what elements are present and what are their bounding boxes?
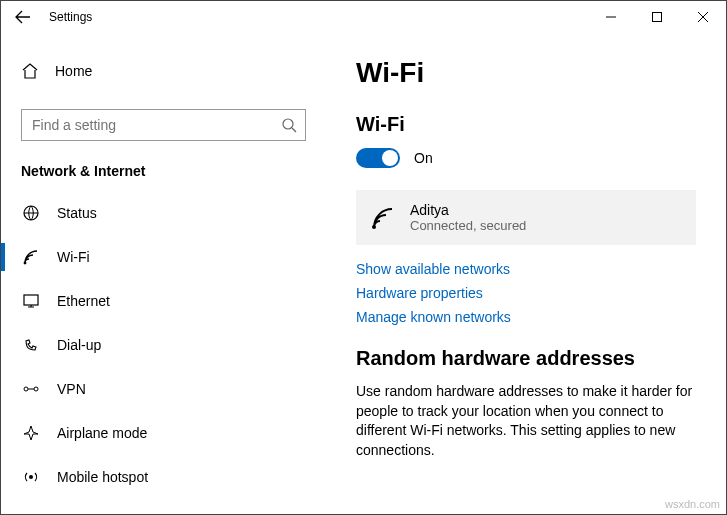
vpn-icon bbox=[21, 380, 41, 398]
link-hardware-properties[interactable]: Hardware properties bbox=[356, 285, 696, 301]
content-pane: Wi-Fi Wi-Fi On Aditya Connected, secured… bbox=[326, 33, 726, 514]
home-nav-item[interactable]: Home bbox=[1, 51, 326, 91]
sidebar-item-label: Dial-up bbox=[57, 337, 101, 353]
sidebar-item-label: Wi-Fi bbox=[57, 249, 90, 265]
svg-point-7 bbox=[29, 475, 33, 479]
minimize-icon bbox=[606, 12, 616, 22]
sidebar-item-vpn[interactable]: VPN bbox=[1, 367, 326, 411]
wifi-toggle-label: On bbox=[414, 150, 433, 166]
wifi-toggle-row: On bbox=[356, 148, 696, 168]
random-hw-desc: Use random hardware addresses to make it… bbox=[356, 382, 696, 460]
link-manage-known[interactable]: Manage known networks bbox=[356, 309, 696, 325]
window-title: Settings bbox=[45, 10, 92, 24]
close-icon bbox=[698, 12, 708, 22]
current-network-status: Connected, secured bbox=[410, 218, 526, 233]
sidebar: Home Network & Internet Status bbox=[1, 33, 326, 514]
current-network-card[interactable]: Aditya Connected, secured bbox=[356, 190, 696, 245]
sidebar-item-wifi[interactable]: Wi-Fi bbox=[1, 235, 326, 279]
search-icon bbox=[281, 117, 297, 133]
titlebar: Settings bbox=[1, 1, 726, 33]
svg-rect-0 bbox=[653, 13, 662, 22]
close-button[interactable] bbox=[680, 1, 726, 33]
dialup-icon bbox=[21, 336, 41, 354]
current-network-name: Aditya bbox=[410, 202, 526, 218]
maximize-button[interactable] bbox=[634, 1, 680, 33]
sidebar-item-label: Ethernet bbox=[57, 293, 110, 309]
page-title: Wi-Fi bbox=[356, 57, 696, 89]
svg-point-5 bbox=[24, 387, 28, 391]
wifi-toggle[interactable] bbox=[356, 148, 400, 168]
wifi-section-title: Wi-Fi bbox=[356, 113, 696, 136]
home-label: Home bbox=[55, 63, 92, 79]
watermark: wsxdn.com bbox=[665, 498, 720, 510]
hotspot-icon bbox=[21, 468, 41, 486]
svg-rect-4 bbox=[24, 295, 38, 305]
sidebar-item-label: Mobile hotspot bbox=[57, 469, 148, 485]
maximize-icon bbox=[652, 12, 662, 22]
search-wrap bbox=[21, 109, 306, 141]
sidebar-item-label: VPN bbox=[57, 381, 86, 397]
status-icon bbox=[21, 204, 41, 222]
sidebar-item-airplane[interactable]: Airplane mode bbox=[1, 411, 326, 455]
wifi-signal-icon bbox=[370, 205, 396, 231]
back-button[interactable] bbox=[1, 9, 45, 25]
search-box[interactable] bbox=[21, 109, 306, 141]
sidebar-item-dialup[interactable]: Dial-up bbox=[1, 323, 326, 367]
sidebar-item-label: Airplane mode bbox=[57, 425, 147, 441]
home-icon bbox=[21, 62, 39, 80]
ethernet-icon bbox=[21, 292, 41, 310]
wifi-icon bbox=[21, 248, 41, 266]
airplane-icon bbox=[21, 424, 41, 442]
svg-point-3 bbox=[24, 262, 27, 265]
settings-window: Settings Home bbox=[0, 0, 727, 515]
svg-point-1 bbox=[283, 119, 293, 129]
svg-point-6 bbox=[34, 387, 38, 391]
sidebar-item-label: Status bbox=[57, 205, 97, 221]
search-input[interactable] bbox=[30, 116, 281, 134]
sidebar-item-ethernet[interactable]: Ethernet bbox=[1, 279, 326, 323]
sidebar-item-hotspot[interactable]: Mobile hotspot bbox=[1, 455, 326, 499]
window-body: Home Network & Internet Status bbox=[1, 33, 726, 514]
sidebar-category-title: Network & Internet bbox=[1, 141, 326, 191]
minimize-button[interactable] bbox=[588, 1, 634, 33]
current-network-text: Aditya Connected, secured bbox=[410, 202, 526, 233]
toggle-knob bbox=[382, 150, 398, 166]
svg-point-8 bbox=[372, 225, 376, 229]
arrow-left-icon bbox=[15, 9, 31, 25]
sidebar-item-status[interactable]: Status bbox=[1, 191, 326, 235]
link-show-available[interactable]: Show available networks bbox=[356, 261, 696, 277]
random-hw-title: Random hardware addresses bbox=[356, 347, 696, 370]
sidebar-nav: Status Wi-Fi Ethernet bbox=[1, 191, 326, 499]
